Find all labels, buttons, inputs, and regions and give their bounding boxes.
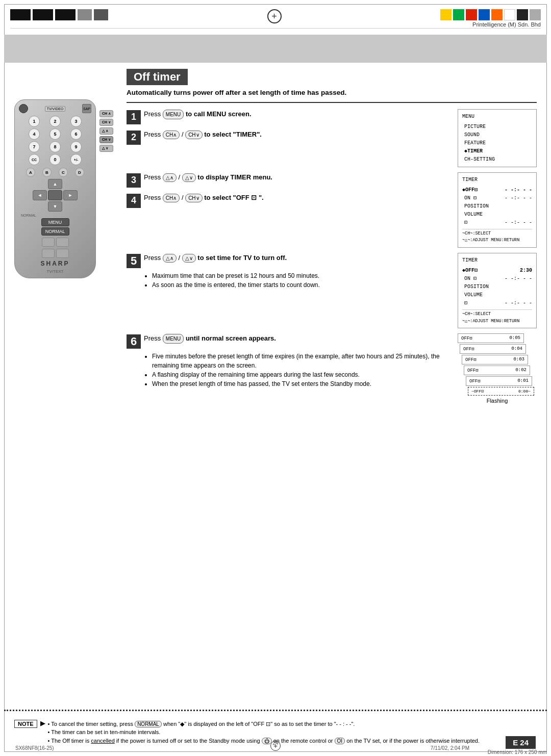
bottom-buttons-row2 — [19, 249, 91, 258]
num-row-1: 1 2 3 — [19, 116, 91, 127]
step-1-text: Press MENU to call MENU screen. — [144, 109, 252, 119]
menu-display-1: MENU PICTURE SOUND FEATURE ◆TIMER CH-SET… — [458, 109, 537, 167]
note-row: NOTE ▶ • To cancel the timer setting, pr… — [14, 720, 490, 745]
gray-box — [78, 9, 92, 20]
menu-1-title: MENU — [462, 113, 532, 121]
step-5: 5 Press △∧ / △∨ to set time for TV to tu… — [127, 253, 448, 268]
bottom-buttons-row1 — [19, 238, 91, 247]
nav-se — [63, 201, 78, 212]
steps-3-4-content: 3 Press △∧ / △∨ to display TIMER menu. 4… — [127, 172, 448, 248]
color-box-blue — [479, 9, 490, 20]
title-section: Off timer Automatically turns power off … — [127, 69, 537, 103]
steps-3-4-area: 3 Press △∧ / △∨ to display TIMER menu. 4… — [127, 172, 537, 248]
step-2: 2 Press CH∧ / CH∨ to select "TIMER". — [127, 129, 448, 145]
step-5-area: 5 Press △∧ / △∨ to set time for TV to tu… — [127, 253, 537, 328]
bot-btn-2 — [56, 238, 69, 247]
top-separator — [10, 28, 541, 29]
top-center-compass — [267, 9, 282, 23]
step-1: 1 Press MENU to call MENU screen. — [127, 109, 448, 124]
note-bullet-3: • The Off timer is cancelled if the powe… — [48, 737, 480, 745]
step-5-text: Press △∧ / △∨ to set time for TV to turn… — [144, 253, 287, 263]
menu-3-volume: VOLUME — [462, 291, 532, 299]
flash-screen-5: OFF⊡0:01 — [466, 376, 532, 386]
btn-1: 1 — [29, 116, 40, 127]
page-number-box: E 24 — [506, 736, 536, 749]
ch-up-btn-ref-2: CH∧ — [163, 194, 180, 202]
menu-2-sub: ⊡- -:- - - — [462, 219, 532, 227]
btn-6: 6 — [70, 128, 82, 140]
top-header: Printelligence (M) Sdn. Bhd — [4, 4, 547, 35]
menu-button-remote: MENU — [41, 218, 69, 226]
menu-box-1: MENU PICTURE SOUND FEATURE ◆TIMER CH-SET… — [458, 109, 537, 167]
step-3-text: Press △∧ / △∨ to display TIMER menu. — [144, 172, 272, 183]
num-row-4: CC 0 +/- — [19, 154, 91, 165]
subtitle: Automatically turns power off after a se… — [127, 88, 537, 98]
btn-0: 0 — [49, 154, 61, 165]
menu-3-footer: ~CH~:SELECT~△~:ADJUST MENU:RETURN — [462, 309, 532, 325]
nav-up: ▲ — [48, 179, 62, 189]
remote-control-area: TV/VIDEO SAP 1 2 3 4 5 6 7 8 9 — [14, 99, 121, 364]
nav-left: ◄ — [33, 190, 47, 200]
menu-3-position: POSITION — [462, 283, 532, 291]
flash-screen-4: OFF⊡0:02 — [464, 366, 530, 375]
sap-button: SAP — [82, 104, 91, 113]
ch-vol-down-side: CH ∨ — [99, 136, 113, 143]
ch-down-side: CH ∨ — [99, 119, 113, 126]
footer-left-text: SX68NF8(16-25) — [15, 745, 54, 751]
btn-2: 2 — [49, 116, 61, 127]
nav-center — [48, 190, 62, 200]
menu-button-ref-1: MENU — [163, 110, 184, 119]
menu-box-3: TIMER ◆OFF⊡2:30 ON ⊡- -:- - - POSITION V… — [458, 253, 537, 328]
step-2-text: Press CH∧ / CH∨ to select "TIMER". — [144, 129, 262, 140]
step-5-bullets: Maximum time that can be preset is 12 ho… — [144, 271, 448, 290]
power-button — [19, 104, 28, 113]
btn-cc: CC — [29, 154, 40, 165]
num-row-3: 7 8 9 — [19, 141, 91, 152]
steps-1-2-content: 1 Press MENU to call MENU screen. 2 Pres… — [127, 109, 448, 167]
ch-up-side: CH ∧ — [99, 110, 113, 117]
vol-up-btn-ref-2: △∧ — [163, 254, 177, 263]
color-box-red — [466, 9, 477, 20]
note-arrow-icon: ▶ — [40, 720, 45, 727]
color-box-orange — [491, 9, 503, 20]
menu-3-title: TIMER — [462, 256, 532, 265]
note-bullet-2: • The timer can be set in ten-minute int… — [48, 728, 480, 737]
menu-button-ref-6: MENU — [163, 334, 184, 344]
footer-center: 24 + — [270, 741, 281, 751]
step-5-content: 5 Press △∧ / △∨ to set time for TV to tu… — [127, 253, 448, 328]
side-buttons: CH ∧ CH ∨ △ ∧ CH ∨ △ ∨ — [99, 110, 113, 152]
main-area: Off timer Automatically turns power off … — [14, 69, 537, 710]
btn-d: D — [75, 168, 84, 177]
menu-3-on: ON ⊡- -:- - - — [462, 275, 532, 283]
num-row-2: 4 5 6 — [19, 128, 91, 140]
step-5-number: 5 — [127, 254, 141, 268]
ch-up-btn-ref: CH∧ — [163, 131, 180, 139]
black-box-1 — [10, 9, 31, 20]
step-6-bullet-3: When the preset length of time has passe… — [152, 379, 448, 388]
steps-1-2-area: 1 Press MENU to call MENU screen. 2 Pres… — [127, 109, 537, 167]
note-bullet-1: • To cancel the timer setting, press NOR… — [48, 720, 480, 728]
step-4-text: Press CH∧ / CH∨ to select "OFF ⊡ ". — [144, 193, 264, 203]
btn-9: 9 — [70, 141, 82, 152]
black-box-3 — [55, 9, 76, 20]
right-content: Off timer Automatically turns power off … — [127, 69, 537, 409]
note-section: NOTE ▶ • To cancel the timer setting, pr… — [14, 720, 490, 745]
step-6: 6 Press MENU until normal screen appears… — [127, 333, 448, 349]
oi-btn-ref: OI — [335, 738, 345, 744]
btn-7: 7 — [29, 141, 40, 152]
abcd-row: A B C D — [19, 168, 91, 177]
top-left-decoration — [10, 9, 108, 20]
normal-label-remote: NORMAL — [19, 214, 91, 217]
color-box-yellow — [440, 9, 452, 20]
compass-icon — [267, 9, 282, 23]
step-6-number: 6 — [127, 334, 141, 349]
color-box-black — [517, 9, 528, 20]
menu-display-2: TIMER ◆OFF⊡- -:- - - ON ⊡- -:- - - POSIT… — [458, 172, 537, 248]
btn-5: 5 — [49, 128, 61, 140]
color-box-green — [453, 9, 464, 20]
step-6-bullet-1: Five minutes before the preset length of… — [152, 352, 448, 370]
flashing-screens-area: OFF⊡0:05 OFF⊡0:04 OFF⊡0:03 OFF⊡0:02 — [458, 333, 537, 404]
nav-down: ▼ — [48, 201, 62, 212]
bot-btn-3 — [42, 249, 55, 258]
btn-a: A — [26, 168, 35, 177]
